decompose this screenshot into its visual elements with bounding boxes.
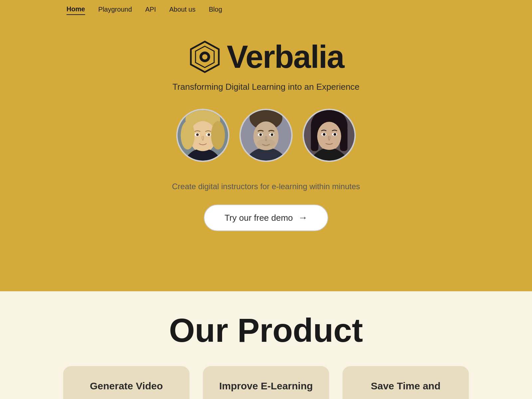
svg-rect-29: [311, 126, 319, 151]
product-card-2-label: Improve E-Learning: [219, 380, 313, 392]
product-section: Our Product Generate Video Improve E-Lea…: [0, 291, 532, 399]
svg-point-20: [253, 121, 279, 152]
product-cards-row: Generate Video Improve E-Learning Save T…: [33, 366, 499, 399]
svg-point-11: [211, 121, 225, 150]
avatar-2: [239, 109, 293, 162]
navigation: Home Playground API About us Blog: [0, 0, 532, 19]
hero-subtitle: Create digital instructors for e-learnin…: [172, 182, 360, 191]
product-title: Our Product: [33, 311, 499, 349]
svg-point-32: [317, 122, 341, 151]
avatar-1: [176, 109, 229, 162]
hero-section: Verbalia Transforming Digital Learning i…: [0, 19, 532, 291]
product-card-1-label: Generate Video: [90, 380, 163, 392]
demo-cta-button[interactable]: Try our free demo →: [204, 204, 328, 231]
brand-name: Verbalia: [227, 39, 344, 75]
svg-point-24: [259, 133, 262, 136]
avatar-3-image: [304, 109, 354, 162]
product-card-3-label: Save Time and: [371, 380, 441, 392]
verbalia-logo-icon: [188, 40, 221, 73]
svg-point-35: [323, 133, 326, 136]
product-card-1: Generate Video: [63, 366, 190, 399]
svg-point-14: [196, 133, 199, 136]
nav-about[interactable]: About us: [169, 4, 196, 15]
avatar-3: [303, 109, 356, 162]
logo-row: Verbalia: [188, 39, 344, 75]
product-card-2: Improve E-Learning: [203, 366, 329, 399]
avatar-group: [176, 109, 356, 162]
svg-rect-30: [340, 126, 347, 151]
avatar-2-image: [241, 109, 291, 162]
avatar-1-image: [178, 109, 228, 162]
nav-home[interactable]: Home: [66, 4, 85, 15]
product-card-3: Save Time and: [342, 366, 469, 399]
svg-point-25: [271, 133, 273, 136]
nav-api[interactable]: API: [145, 4, 156, 15]
arrow-icon: →: [298, 212, 308, 223]
svg-point-10: [181, 121, 195, 150]
svg-point-36: [333, 133, 336, 136]
demo-cta-label: Try our free demo: [224, 213, 293, 223]
svg-point-15: [207, 133, 210, 136]
nav-blog[interactable]: Blog: [209, 4, 222, 15]
hero-tagline: Transforming Digital Learning into an Ex…: [173, 82, 360, 92]
svg-point-3: [202, 54, 207, 60]
nav-playground[interactable]: Playground: [98, 4, 132, 15]
